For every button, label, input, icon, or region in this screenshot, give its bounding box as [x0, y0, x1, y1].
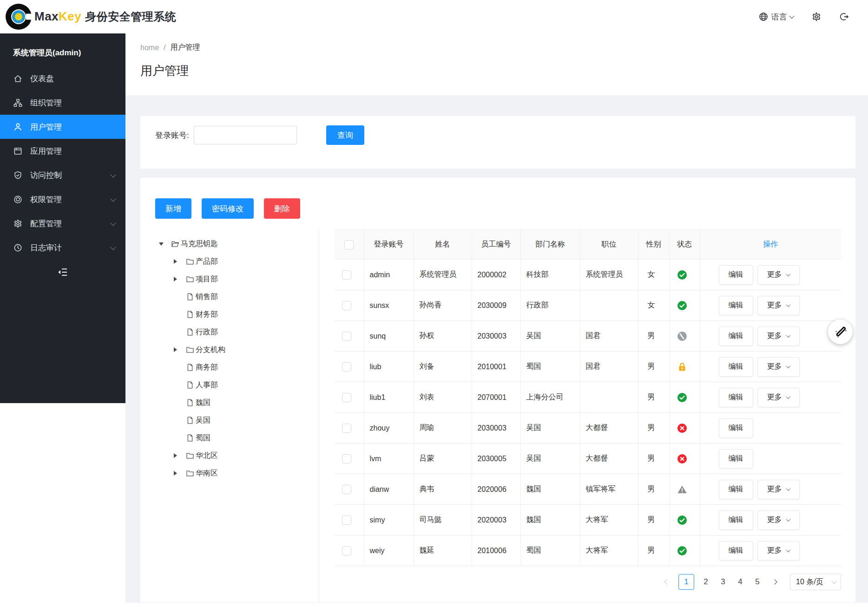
- edit-button[interactable]: 编辑: [719, 510, 753, 530]
- edit-button[interactable]: 编辑: [719, 357, 753, 377]
- globe-icon: [758, 12, 769, 22]
- sidebar-item-access[interactable]: 访问控制: [0, 163, 125, 187]
- page-button-1[interactable]: 1: [678, 574, 694, 590]
- next-page-button[interactable]: [769, 574, 780, 590]
- cell-department: 吴国: [520, 321, 580, 352]
- page-button-3[interactable]: 3: [717, 574, 729, 590]
- page-button-2[interactable]: 2: [700, 574, 711, 590]
- tree-node[interactable]: 魏国: [140, 394, 319, 411]
- prev-page-button[interactable]: [661, 574, 672, 590]
- caret-right-icon[interactable]: [174, 453, 177, 458]
- more-button[interactable]: 更多: [757, 296, 800, 315]
- row-checkbox[interactable]: [342, 485, 351, 494]
- sidebar-item-apps[interactable]: 应用管理: [0, 139, 125, 163]
- select-all-checkbox[interactable]: [344, 240, 354, 249]
- caret-right-icon[interactable]: [174, 277, 177, 281]
- add-user-button[interactable]: 新增: [155, 198, 191, 219]
- row-checkbox[interactable]: [342, 454, 351, 463]
- page-button-4[interactable]: 4: [735, 574, 746, 590]
- row-checkbox[interactable]: [342, 546, 351, 555]
- app-title: MaxKey身份安全管理系统: [34, 9, 176, 24]
- users-table-body: admin系统管理员2000002科技部系统管理员女编辑更多sunsx孙尚香20…: [335, 260, 841, 566]
- caret-right-icon[interactable]: [174, 259, 177, 264]
- more-button[interactable]: 更多: [757, 388, 800, 407]
- sidebar-user-heading: 系统管理员(admin): [0, 44, 125, 66]
- delete-user-button[interactable]: 删除: [264, 198, 300, 219]
- tree-node[interactable]: 人事部: [140, 376, 319, 394]
- cell-department: 魏国: [520, 474, 580, 505]
- sidebar-item-users[interactable]: 用户管理: [0, 115, 125, 139]
- chevron-down-icon: [786, 333, 790, 338]
- row-checkbox[interactable]: [342, 270, 351, 280]
- sidebar-item-org[interactable]: 组织管理: [0, 91, 125, 115]
- tree-node[interactable]: 蜀国: [140, 429, 319, 447]
- folder-icon: [186, 257, 196, 266]
- edit-button[interactable]: 编辑: [719, 265, 753, 285]
- collapse-sidebar-button[interactable]: [57, 266, 69, 278]
- row-checkbox[interactable]: [342, 362, 351, 372]
- language-menu[interactable]: 语言: [758, 12, 794, 22]
- caret-right-icon[interactable]: [174, 471, 177, 476]
- gear-icon: [811, 12, 822, 22]
- tree-node[interactable]: 项目部: [140, 270, 319, 288]
- medal-icon: [13, 195, 30, 204]
- sidebar-item-perms[interactable]: 权限管理: [0, 187, 125, 211]
- breadcrumb-home-link[interactable]: home: [140, 44, 159, 52]
- cell-position: 国君: [580, 321, 638, 352]
- tree-node[interactable]: 华北区: [140, 447, 319, 464]
- logout-button[interactable]: [839, 12, 849, 22]
- cell-department: 魏国: [520, 505, 580, 535]
- sidebar-item-config[interactable]: 配置管理: [0, 211, 125, 235]
- sidebar-menu: 仪表盘组织管理用户管理应用管理访问控制权限管理配置管理日志审计: [0, 66, 125, 260]
- caret-right-icon[interactable]: [174, 347, 177, 352]
- change-password-button[interactable]: 密码修改: [202, 198, 254, 219]
- edit-button[interactable]: 编辑: [719, 326, 753, 346]
- brand: MaxKey身份安全管理系统: [0, 4, 176, 30]
- caret-down-icon[interactable]: [159, 242, 164, 246]
- row-checkbox[interactable]: [342, 516, 351, 525]
- tree-node[interactable]: 产品部: [140, 253, 319, 270]
- table-row: sunsx孙尚香2030009行政部女编辑更多: [335, 290, 841, 321]
- edit-button[interactable]: 编辑: [719, 480, 753, 499]
- cell-account: liub1: [364, 382, 414, 413]
- tree-node[interactable]: 马克思钥匙: [140, 235, 319, 253]
- edit-button[interactable]: 编辑: [719, 418, 753, 438]
- tree-node[interactable]: 商务部: [140, 359, 319, 376]
- tree-node[interactable]: 行政部: [140, 323, 319, 341]
- row-checkbox[interactable]: [342, 393, 351, 402]
- tree-node[interactable]: 华南区: [140, 464, 319, 482]
- tree-node[interactable]: 销售部: [140, 288, 319, 306]
- edit-button[interactable]: 编辑: [719, 388, 753, 407]
- chevron-down-icon: [786, 272, 790, 276]
- login-account-input[interactable]: [194, 126, 297, 144]
- query-button[interactable]: 查询: [326, 125, 364, 145]
- sidebar-item-audit[interactable]: 日志审计: [0, 235, 125, 260]
- chevron-down-icon: [786, 517, 790, 522]
- tree-node[interactable]: 分支机构: [140, 341, 319, 359]
- page-button-5[interactable]: 5: [752, 574, 763, 590]
- sidebar-item-dashboard[interactable]: 仪表盘: [0, 66, 125, 91]
- row-checkbox[interactable]: [342, 332, 351, 341]
- tree-node[interactable]: 吴国: [140, 411, 319, 429]
- more-button[interactable]: 更多: [757, 326, 800, 346]
- row-checkbox[interactable]: [342, 424, 351, 433]
- row-checkbox[interactable]: [342, 301, 351, 310]
- edit-button[interactable]: 编辑: [719, 296, 753, 315]
- sidebar-item-label: 仪表盘: [30, 73, 54, 84]
- status-x-circle-icon: [677, 454, 687, 464]
- gear-icon: [13, 219, 30, 228]
- edit-button[interactable]: 编辑: [719, 449, 753, 469]
- cell-department: 上海分公司: [520, 382, 580, 413]
- more-button[interactable]: 更多: [757, 541, 800, 561]
- more-button[interactable]: 更多: [757, 480, 800, 499]
- more-button[interactable]: 更多: [757, 510, 800, 530]
- file-icon: [186, 416, 196, 424]
- settings-button[interactable]: [811, 12, 822, 22]
- edit-button[interactable]: 编辑: [719, 541, 753, 561]
- more-button[interactable]: 更多: [757, 357, 800, 377]
- tree-node[interactable]: 财务部: [140, 306, 319, 323]
- more-button[interactable]: 更多: [757, 265, 800, 285]
- chevron-down-icon: [110, 244, 116, 250]
- search-panel: 登录账号: 查询: [140, 116, 855, 169]
- page-size-select[interactable]: 10 条/页: [790, 574, 841, 590]
